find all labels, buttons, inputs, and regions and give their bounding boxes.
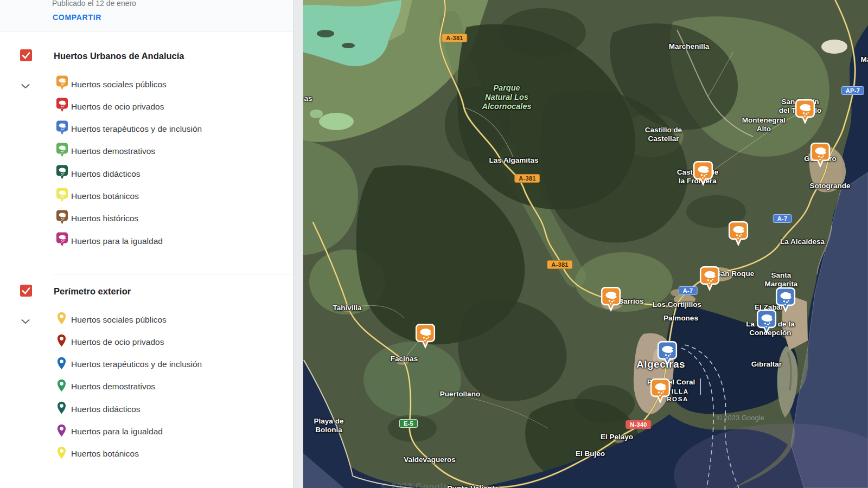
published-date: Publicado el 12 de enero	[52, 0, 136, 8]
road-badge-a-7: A-7	[773, 214, 792, 223]
legend-item-huertos-botanicos[interactable]: Huertos botánicos	[0, 442, 293, 465]
legend-item-huertos-sociales-publicos[interactable]: Huertos sociales públicos	[0, 73, 293, 95]
check-icon	[21, 285, 31, 296]
legend-item-huertos-de-ocio-privados[interactable]: Huertos de ocio privados	[0, 331, 293, 353]
legend-item-huertos-terapeuticos-y-de-inclusion[interactable]: Huertos terapéuticos y de inclusión	[0, 118, 293, 140]
map-pin-icon	[57, 379, 66, 394]
legend-item-huertos-botanicos[interactable]: Huertos botánicos	[0, 185, 293, 207]
map-marker-blue-10[interactable]	[776, 287, 796, 312]
map-pin-icon	[57, 357, 66, 372]
legend-item-label: Huertos históricos	[71, 207, 138, 229]
garden-shield-icon	[56, 120, 68, 138]
layer-checkbox-perimetro[interactable]	[20, 285, 32, 297]
map-marker-orange-5[interactable]	[700, 266, 720, 291]
legend-item-label: Huertos botánicos	[71, 185, 139, 207]
road-badge-a-381: A-381	[514, 174, 540, 183]
my-maps-app: Publicado el 12 de enero COMPARTIR Huert…	[0, 0, 868, 488]
legend-item-huertos-sociales-publicos[interactable]: Huertos sociales públicos	[0, 309, 293, 331]
map-pin-icon	[57, 401, 66, 416]
legend-item-label: Huertos demostrativos	[71, 375, 155, 397]
map-marker-blue-11[interactable]	[757, 310, 777, 335]
legend-item-label: Huertos didácticos	[71, 398, 141, 420]
legend-item-label: Huertos botánicos	[71, 442, 139, 465]
garden-shield-icon	[56, 232, 68, 250]
legend-item-label: Huertos sociales públicos	[71, 73, 167, 95]
legend-item-huertos-historicos[interactable]: Huertos históricos	[0, 207, 293, 229]
layer-title-huertos[interactable]: Huertos Urbanos de Andalucía	[54, 50, 184, 62]
legend-item-label: Huertos para la igualdad	[71, 420, 163, 442]
map-pin-icon	[57, 334, 66, 349]
check-icon	[21, 50, 31, 61]
road-badge-e-5: E-5	[399, 419, 418, 428]
road-badge-n-340: N-340	[626, 420, 651, 429]
road-badge-a-7: A-7	[679, 286, 698, 295]
legend-item-label: Huertos de ocio privados	[71, 331, 164, 353]
map-pin-icon	[57, 446, 66, 461]
garden-shield-icon	[56, 165, 68, 183]
map-marker-orange-8[interactable]	[650, 378, 671, 403]
legend-item-huertos-de-ocio-privados[interactable]: Huertos de ocio privados	[0, 95, 293, 118]
legend-item-label: Huertos de ocio privados	[71, 95, 164, 118]
legend-item-huertos-para-la-igualdad[interactable]: Huertos para la igualdad	[0, 230, 293, 252]
map-marker-orange-1[interactable]	[795, 99, 815, 124]
map-pin-icon	[57, 312, 66, 327]
legend-item-huertos-para-la-igualdad[interactable]: Huertos para la igualdad	[0, 420, 293, 442]
legend-item-huertos-didacticos[interactable]: Huertos didácticos	[0, 163, 293, 185]
sidebar-map-divider	[293, 0, 303, 488]
layer-title-perimetro[interactable]: Perímetro exterior	[54, 285, 131, 297]
panel-header: Publicado el 12 de enero COMPARTIR	[0, 0, 293, 31]
legend-item-huertos-demostrativos[interactable]: Huertos demostrativos	[0, 140, 293, 162]
legend-item-label: Huertos para la igualdad	[71, 230, 163, 252]
legend-item-label: Huertos demostrativos	[71, 140, 155, 162]
legend-item-huertos-demostrativos[interactable]: Huertos demostrativos	[0, 375, 293, 397]
legend-item-label: Huertos didácticos	[71, 163, 141, 185]
legend-panel: Publicado el 12 de enero COMPARTIR Huert…	[0, 0, 293, 488]
layer-checkbox-huertos[interactable]	[20, 49, 32, 61]
share-link[interactable]: COMPARTIR	[53, 13, 101, 22]
road-badge-a-381: A-381	[442, 34, 467, 42]
map-marker-orange-3[interactable]	[693, 161, 713, 186]
legend-item-huertos-terapeuticos-y-de-inclusion[interactable]: Huertos terapéuticos y de inclusión	[0, 353, 293, 375]
map-marker-orange-2[interactable]	[810, 143, 831, 168]
map-marker-blue-9[interactable]	[658, 341, 678, 366]
map-pin-icon	[57, 424, 66, 439]
map-marker-orange-7[interactable]	[416, 324, 436, 349]
road-badge-a-381: A-381	[547, 260, 572, 269]
garden-shield-icon	[56, 142, 68, 160]
legend-item-label: Huertos terapéuticos y de inclusión	[71, 353, 202, 375]
road-badge-ap-7: AP-7	[841, 86, 864, 95]
section-divider	[53, 274, 293, 274]
map-marker-orange-6[interactable]	[601, 287, 621, 312]
garden-shield-icon	[56, 98, 68, 115]
legend-item-label: Huertos terapéuticos y de inclusión	[71, 118, 202, 140]
garden-shield-icon	[56, 209, 68, 227]
garden-shield-icon	[56, 75, 68, 93]
garden-shield-icon	[56, 187, 68, 205]
legend-item-label: Huertos sociales públicos	[71, 309, 167, 331]
map-marker-orange-4[interactable]	[729, 221, 749, 246]
satellite-terrain	[302, 0, 868, 488]
legend-item-huertos-didacticos[interactable]: Huertos didácticos	[0, 398, 293, 420]
map-canvas[interactable]: asMarchenillaMaParque Natural Los Alcorn…	[302, 0, 868, 488]
